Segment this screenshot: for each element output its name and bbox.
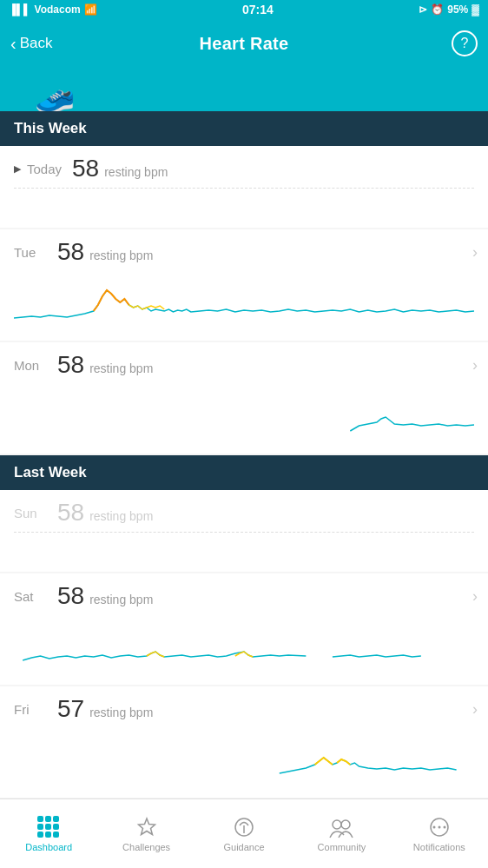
svg-point-4 xyxy=(341,820,350,829)
day-row-mon[interactable]: Mon 58 resting bpm › xyxy=(0,342,488,384)
battery-label: 95% xyxy=(447,3,468,16)
day-block-mon[interactable]: Mon 58 resting bpm › xyxy=(0,342,488,454)
signal-icon: ▐▌▌ xyxy=(9,3,31,16)
fri-chart xyxy=(14,732,474,788)
tue-bpm-label: resting bpm xyxy=(89,248,153,262)
fri-bpm-value: 57 xyxy=(57,697,84,721)
sun-bpm-value: 58 xyxy=(57,500,84,525)
today-empty-chart xyxy=(0,189,488,228)
mon-chevron-icon: › xyxy=(472,356,478,374)
sat-bpm-group: 58 resting bpm xyxy=(57,584,153,608)
today-label: Today xyxy=(27,162,62,176)
status-bar: ▐▌▌ Vodacom 📶 07:14 ⊳ ⏰ 95% ▓ xyxy=(0,0,488,19)
sat-chevron-icon: › xyxy=(472,587,478,606)
sun-empty-chart xyxy=(0,533,488,572)
nav-item-guidance[interactable]: Guidance xyxy=(195,799,293,868)
day-row-sun: Sun 58 resting bpm xyxy=(0,490,488,532)
shoe-image-area: 👟 xyxy=(0,68,488,111)
fri-label: Fri xyxy=(14,702,57,717)
tue-chart xyxy=(14,275,474,331)
sat-bpm-value: 58 xyxy=(57,584,84,608)
fri-chevron-icon: › xyxy=(472,700,478,719)
tue-label: Tue xyxy=(14,245,57,260)
day-block-tue[interactable]: Tue 58 resting bpm › xyxy=(0,229,488,341)
mon-bpm-label: resting bpm xyxy=(89,361,153,375)
nav-item-notifications[interactable]: Notifications xyxy=(391,799,488,868)
battery-icon: ▓ xyxy=(472,3,479,16)
tue-chart-area xyxy=(0,271,488,341)
tue-bpm-value: 58 xyxy=(57,240,84,264)
scroll-content[interactable]: This Week ▶ Today 58 resting bpm Tue 58 … xyxy=(0,111,488,798)
help-icon: ? xyxy=(461,36,469,51)
svg-point-3 xyxy=(333,820,341,829)
carrier-label: Vodacom xyxy=(35,3,81,16)
back-button[interactable]: ‹ Back xyxy=(10,34,52,54)
today-label-group: ▶ Today xyxy=(14,162,62,176)
last-week-label: Last Week xyxy=(14,464,87,480)
last-week-header: Last Week xyxy=(0,455,488,490)
dashboard-nav-label: Dashboard xyxy=(25,842,72,852)
page-title: Heart Rate xyxy=(199,34,288,54)
sun-label: Sun xyxy=(14,506,57,520)
sat-chart-area xyxy=(0,615,488,685)
time-display: 07:14 xyxy=(242,3,274,17)
day-row-tue[interactable]: Tue 58 resting bpm › xyxy=(0,229,488,271)
day-row-sat[interactable]: Sat 58 resting bpm › xyxy=(0,573,488,615)
svg-point-7 xyxy=(438,825,440,828)
nav-item-dashboard[interactable]: Dashboard xyxy=(0,799,97,868)
day-block-today: ▶ Today 58 resting bpm xyxy=(0,146,488,228)
help-button[interactable]: ? xyxy=(452,30,478,56)
challenges-nav-label: Challenges xyxy=(122,842,170,852)
notifications-nav-label: Notifications xyxy=(413,842,465,852)
guidance-nav-label: Guidance xyxy=(223,842,264,852)
challenges-icon xyxy=(135,816,158,838)
status-left: ▐▌▌ Vodacom 📶 xyxy=(9,3,97,16)
day-block-sun: Sun 58 resting bpm xyxy=(0,490,488,572)
svg-marker-0 xyxy=(138,818,155,835)
today-bpm-value: 58 xyxy=(72,156,99,181)
svg-point-8 xyxy=(443,825,445,828)
app-header: ‹ Back Heart Rate ? xyxy=(0,19,488,68)
guidance-icon xyxy=(233,816,255,838)
tue-chevron-icon: › xyxy=(472,243,478,262)
this-week-label: This Week xyxy=(14,120,87,136)
mon-chart xyxy=(14,388,474,444)
nav-item-challenges[interactable]: Challenges xyxy=(97,799,195,868)
fri-chart-area xyxy=(0,728,488,798)
day-row-today: ▶ Today 58 resting bpm xyxy=(0,146,488,188)
mon-label: Mon xyxy=(14,358,57,373)
fri-bpm-label: resting bpm xyxy=(89,706,153,719)
today-arrow-icon: ▶ xyxy=(14,163,21,175)
tue-bpm-group: 58 resting bpm xyxy=(57,240,153,264)
today-bpm-group: 58 resting bpm xyxy=(72,156,168,181)
location-icon: ⊳ xyxy=(419,3,427,16)
back-chevron-icon: ‹ xyxy=(10,34,16,54)
wifi-icon: 📶 xyxy=(84,3,97,16)
sat-bpm-label: resting bpm xyxy=(89,593,153,606)
mon-bpm-value: 58 xyxy=(57,353,84,377)
shoe-image: 👟 xyxy=(35,76,76,111)
sun-bpm-group: 58 resting bpm xyxy=(57,500,153,525)
dashboard-icon xyxy=(37,816,60,838)
notifications-icon xyxy=(428,816,451,838)
nav-item-community[interactable]: Community xyxy=(293,799,390,868)
mon-bpm-group: 58 resting bpm xyxy=(57,353,153,377)
status-right: ⊳ ⏰ 95% ▓ xyxy=(419,3,479,16)
day-block-sat[interactable]: Sat 58 resting bpm › xyxy=(0,573,488,685)
back-label: Back xyxy=(20,35,53,52)
sat-label: Sat xyxy=(14,589,57,604)
day-block-fri[interactable]: Fri 57 resting bpm › xyxy=(0,686,488,798)
svg-point-6 xyxy=(432,825,435,828)
alarm-icon: ⏰ xyxy=(431,3,444,16)
sat-chart xyxy=(14,619,474,675)
community-nav-label: Community xyxy=(318,842,366,852)
fri-bpm-group: 57 resting bpm xyxy=(57,697,153,721)
this-week-header: This Week xyxy=(0,111,488,146)
mon-chart-area xyxy=(0,384,488,454)
sun-bpm-label: resting bpm xyxy=(89,509,153,523)
bottom-nav: Dashboard Challenges Guidance Community xyxy=(0,798,488,868)
community-icon xyxy=(328,816,354,838)
day-row-fri[interactable]: Fri 57 resting bpm › xyxy=(0,686,488,728)
today-bpm-label: resting bpm xyxy=(104,165,168,179)
